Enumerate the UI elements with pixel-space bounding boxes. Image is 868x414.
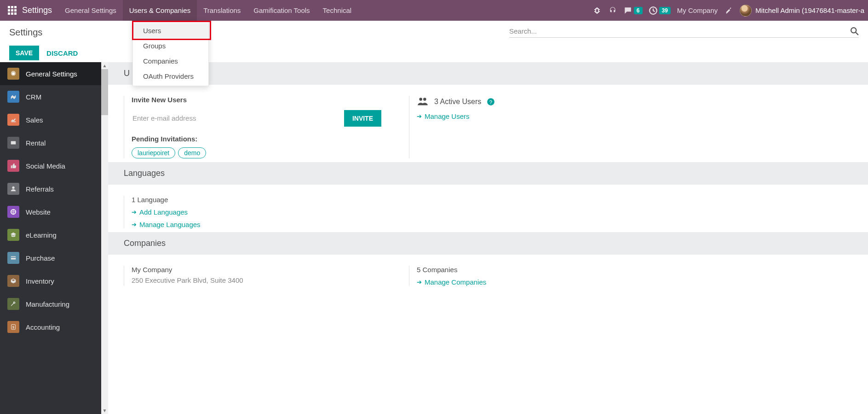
invite-button[interactable]: INVITE — [344, 110, 381, 127]
menu-gamification[interactable]: Gamification Tools — [247, 0, 316, 21]
scroll-down-icon[interactable]: ▼ — [103, 408, 107, 413]
invite-email-input[interactable] — [132, 110, 339, 127]
sidebar-crm[interactable]: CRM — [0, 85, 101, 108]
companies-section: My Company 250 Executive Park Blvd, Suit… — [108, 255, 868, 290]
sidebar-item-label: Purchase — [26, 254, 55, 262]
key-icon — [7, 137, 19, 149]
app-brand[interactable]: Settings — [22, 6, 52, 15]
pending-pill[interactable]: demo — [178, 147, 206, 158]
svg-point-10 — [419, 98, 422, 101]
tools-icon[interactable] — [724, 6, 733, 15]
sidebar-website[interactable]: Website — [0, 200, 101, 223]
avatar — [740, 5, 752, 17]
page-title: Settings — [9, 27, 42, 38]
sidebar-scrollbar[interactable]: ▲ ▼ — [101, 62, 108, 414]
sidebar-general-settings[interactable]: General Settings — [0, 62, 101, 85]
sidebar-item-label: Referrals — [26, 185, 54, 193]
arrow-right-icon: ➔ — [132, 221, 137, 228]
languages-section: 1 Language ➔ Add Languages ➔ Manage Lang… — [108, 185, 868, 232]
dropdown-companies[interactable]: Companies — [133, 53, 208, 69]
pending-pill[interactable]: lauriepoiret — [132, 147, 175, 158]
main: General Settings CRM Sales Rental Social… — [0, 62, 868, 414]
company-stats-col: 5 Companies ➔ Manage Companies — [409, 266, 852, 286]
sidebar-item-label: Sales — [26, 116, 43, 124]
users-companies-dropdown: Users Groups Companies OAuth Providers — [132, 21, 209, 86]
sidebar-item-label: eLearning — [26, 231, 57, 239]
sidebar-social[interactable]: Social Media — [0, 154, 101, 177]
sidebar-item-label: CRM — [26, 93, 41, 101]
manage-users-link[interactable]: ➔ Manage Users — [417, 112, 852, 120]
menu-translations[interactable]: Translations — [197, 0, 247, 21]
arrow-right-icon: ➔ — [132, 209, 137, 216]
sidebar-accounting[interactable]: $ Accounting — [0, 315, 101, 338]
save-button[interactable]: SAVE — [9, 46, 39, 60]
content: U Invite New Users INVITE Pending Invita… — [108, 62, 868, 414]
search-icon[interactable] — [851, 27, 859, 35]
search-bar[interactable] — [509, 27, 859, 38]
dropdown-groups[interactable]: Groups — [133, 38, 208, 53]
sidebar-item-label: Website — [26, 208, 51, 216]
dropdown-users[interactable]: Users — [133, 23, 208, 38]
box-icon — [7, 275, 19, 287]
sidebar-rental[interactable]: Rental — [0, 131, 101, 154]
active-users-text: 3 Active Users — [434, 98, 481, 106]
users-section: Invite New Users INVITE Pending Invitati… — [108, 85, 868, 162]
action-bar: SAVE DISCARD — [0, 44, 868, 62]
globe-icon — [7, 206, 19, 218]
section-companies-header: Companies — [108, 232, 868, 255]
companies-count: 5 Companies — [417, 266, 852, 274]
company-switcher[interactable]: My Company — [677, 6, 718, 14]
discard-button[interactable]: DISCARD — [46, 49, 78, 57]
users-icon — [417, 96, 429, 108]
dropdown-oauth[interactable]: OAuth Providers — [133, 69, 208, 84]
svg-point-4 — [12, 187, 14, 189]
money-icon: $ — [7, 321, 19, 333]
sidebar-item-label: Social Media — [26, 162, 65, 170]
menu-technical[interactable]: Technical — [316, 0, 358, 21]
person-icon — [7, 183, 19, 195]
company-address: 250 Executive Park Blvd, Suite 3400 — [132, 276, 381, 284]
svg-point-1 — [851, 28, 856, 33]
section-languages-header: Languages — [108, 162, 868, 185]
graduation-icon — [7, 229, 19, 241]
sidebar-purchase[interactable]: Purchase — [0, 246, 101, 269]
sidebar-referrals[interactable]: Referrals — [0, 177, 101, 200]
svg-text:$: $ — [12, 326, 14, 329]
activities-menu[interactable]: 39 — [649, 6, 671, 15]
pending-invitations-label: Pending Invitations: — [132, 135, 381, 143]
thumbs-up-icon — [7, 160, 19, 172]
manage-companies-link[interactable]: ➔ Manage Companies — [417, 278, 852, 286]
users-invite-col: Invite New Users INVITE Pending Invitati… — [124, 96, 381, 158]
company-info-col: My Company 250 Executive Park Blvd, Suit… — [124, 266, 381, 286]
help-icon[interactable]: ? — [487, 98, 495, 106]
sidebar-manufacturing[interactable]: Manufacturing — [0, 292, 101, 315]
search-input[interactable] — [509, 27, 851, 35]
svg-rect-3 — [11, 141, 16, 145]
svg-text:?: ? — [489, 99, 492, 105]
bug-icon[interactable] — [592, 6, 602, 15]
arrow-right-icon: ➔ — [417, 113, 422, 120]
topbar: Settings General Settings Users & Compan… — [0, 0, 868, 21]
apps-icon[interactable] — [4, 2, 20, 19]
sidebar-inventory[interactable]: Inventory — [0, 269, 101, 292]
wrench-icon — [7, 298, 19, 310]
languages-col: 1 Language ➔ Add Languages ➔ Manage Lang… — [124, 196, 381, 228]
user-name: Mitchell Admin (19476841-master-a — [755, 6, 864, 14]
menu-users-companies[interactable]: Users & Companies — [123, 0, 197, 21]
user-menu[interactable]: Mitchell Admin (19476841-master-a — [740, 5, 864, 17]
sidebar-elearning[interactable]: eLearning — [0, 223, 101, 246]
manage-languages-link[interactable]: ➔ Manage Languages — [132, 221, 381, 228]
menu-general-settings[interactable]: General Settings — [58, 0, 123, 21]
support-icon[interactable] — [608, 6, 617, 15]
top-menu: General Settings Users & Companies Trans… — [58, 0, 358, 21]
subheader: Settings — [0, 21, 868, 44]
scroll-up-icon[interactable]: ▲ — [103, 63, 107, 68]
gear-icon — [7, 68, 19, 80]
chart-icon — [7, 114, 19, 126]
company-name: My Company — [132, 266, 381, 274]
handshake-icon — [7, 91, 19, 103]
settings-sidebar: General Settings CRM Sales Rental Social… — [0, 62, 101, 414]
add-languages-link[interactable]: ➔ Add Languages — [132, 208, 381, 216]
messaging-menu[interactable]: 6 — [624, 6, 643, 15]
sidebar-sales[interactable]: Sales — [0, 108, 101, 131]
